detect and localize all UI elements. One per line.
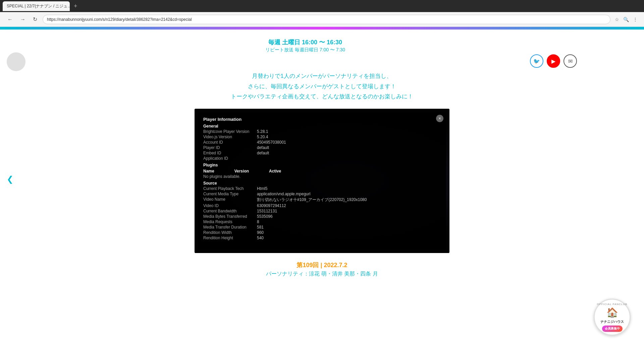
- repeat-broadcast: リピート放送 毎週日曜日 7:00 〜 7:30: [265, 47, 345, 53]
- social-icons: 🐦 ▶ ✉: [530, 54, 577, 68]
- value-bandwidth: 153112131: [257, 209, 277, 213]
- twitter-icon: 🐦: [533, 58, 540, 64]
- header-stripe: [0, 27, 644, 30]
- table-row: Application ID: [203, 156, 441, 161]
- player-info-title: Player Information: [203, 117, 441, 122]
- player-info-panel: × Player Information General Brightcove …: [198, 112, 446, 250]
- episode-number: 第109回 | 2022.7.2: [0, 261, 644, 269]
- tab-title: SPECIAL | 22/7(ナナブン / ニジュ…: [7, 3, 70, 9]
- left-arrow-button[interactable]: ❮: [7, 174, 13, 184]
- bookmark-icon[interactable]: ☆: [614, 16, 620, 23]
- value-video-id: 6309097294112: [257, 203, 286, 208]
- table-row: Video Name 割り切れないラジオ十#109_アーカイブ(220702)_…: [203, 197, 441, 203]
- plugins-col-name: Name: [203, 169, 214, 173]
- label-rendition-width: Rendition Width: [203, 230, 257, 235]
- table-row: Video.js Version 5.20.4: [203, 135, 441, 139]
- value-rendition-height: 540: [257, 236, 264, 240]
- plugins-section-title: Plugins: [203, 163, 441, 167]
- page-content: 毎週 土曜日 16:00 〜 16:30 リピート放送 毎週日曜日 7:00 〜…: [0, 27, 644, 349]
- broadcast-info: 毎週 土曜日 16:00 〜 16:30 リピート放送 毎週日曜日 7:00 〜…: [265, 35, 345, 56]
- table-row: Brightcove Player Version 5.28.1: [203, 129, 441, 134]
- value-playback-tech: Html5: [257, 186, 267, 191]
- label-media-type: Current Media Type: [203, 192, 257, 196]
- avatar: [7, 52, 25, 71]
- label-embed-id: Embed ID: [203, 151, 257, 155]
- value-videojs-version: 5.20.4: [257, 135, 268, 139]
- label-bc-version: Brightcove Player Version: [203, 129, 257, 134]
- label-videojs-version: Video.js Version: [203, 135, 257, 139]
- fanclub-badge[interactable]: OFFICIAL FANCLUB 🏠 ナナニジハウス 会員募集中: [594, 299, 631, 336]
- label-video-id: Video ID: [203, 203, 257, 208]
- fanclub-name: ナナニジハウス: [600, 319, 624, 324]
- value-transfer-duration: 581: [257, 225, 264, 230]
- description-line2: さらに、毎回異なるメンバーがゲストとして登場します！: [0, 82, 644, 92]
- youtube-icon: ▶: [551, 58, 555, 64]
- url-bar[interactable]: [43, 15, 610, 24]
- value-account-id: 4504957038001: [257, 140, 286, 145]
- label-playback-tech: Current Playback Tech: [203, 186, 257, 191]
- description-line1: 月替わりで1人のメンバーがパーソナリティを担当し、: [0, 71, 644, 82]
- source-section-title: Source: [203, 181, 441, 186]
- label-account-id: Account ID: [203, 140, 257, 145]
- value-embed-id: default: [257, 151, 269, 155]
- value-media-type: application/vnd.apple.mpegurl: [257, 192, 310, 196]
- email-button[interactable]: ✉: [564, 54, 577, 68]
- general-section-title: General: [203, 124, 441, 129]
- nav-icons: ☆ 🔍 ⋮: [614, 16, 639, 23]
- value-bc-version: 5.28.1: [257, 129, 268, 134]
- table-row: Rendition Width 960: [203, 230, 441, 235]
- fanclub-house-icon: 🏠: [606, 307, 618, 318]
- description-line3: トークやバラエティ企画も交えて、どんな放送となるのかお楽しみに！: [0, 92, 644, 102]
- menu-icon[interactable]: ⋮: [632, 16, 639, 23]
- label-app-id: Application ID: [203, 156, 257, 161]
- plugins-header: Name Version Active: [203, 169, 441, 173]
- fanclub-join-button[interactable]: 会員募集中: [602, 326, 623, 332]
- table-row: Player ID default: [203, 145, 441, 150]
- table-row: Media Transfer Duration 581: [203, 225, 441, 230]
- table-row: Media Bytes Transferred 5535096: [203, 214, 441, 219]
- player-container: × Player Information General Brightcove …: [195, 109, 449, 253]
- back-button[interactable]: ←: [5, 15, 15, 24]
- close-icon: ×: [438, 116, 441, 121]
- nav-bar: ← → ↻ ☆ 🔍 ⋮: [0, 12, 644, 27]
- no-plugins-message: No plugins available.: [203, 174, 441, 179]
- label-rendition-height: Rendition Height: [203, 236, 257, 240]
- value-rendition-width: 960: [257, 230, 264, 235]
- plugins-col-active: Active: [269, 169, 281, 173]
- label-transfer-duration: Media Transfer Duration: [203, 225, 257, 230]
- twitter-button[interactable]: 🐦: [530, 54, 543, 68]
- table-row: Video ID 6309097294112: [203, 203, 441, 208]
- fanclub-official-text: OFFICIAL FANCLUB: [597, 303, 628, 306]
- new-tab-button[interactable]: +: [71, 3, 80, 10]
- label-media-requests: Media Requests: [203, 219, 257, 224]
- label-bytes-transferred: Media Bytes Transferred: [203, 214, 257, 219]
- search-icon[interactable]: 🔍: [622, 16, 630, 23]
- active-tab[interactable]: SPECIAL | 22/7(ナナブン / ニジュ… ×: [3, 1, 70, 11]
- table-row: Media Requests 8: [203, 219, 441, 224]
- label-bandwidth: Current Bandwidth: [203, 209, 257, 213]
- table-row: Rendition Height 540: [203, 236, 441, 240]
- label-video-name: Video Name: [203, 197, 257, 203]
- table-row: Embed ID default: [203, 151, 441, 155]
- description-section: 月替わりで1人のメンバーがパーソナリティを担当し、 さらに、毎回異なるメンバーが…: [0, 61, 644, 109]
- episode-cast: パーソナリティ：涼花 萌・清井 美那・四条 月: [0, 270, 644, 278]
- value-video-name: 割り切れないラジオ十#109_アーカイブ(220702)_1920x1080: [257, 197, 367, 203]
- refresh-button[interactable]: ↻: [31, 15, 39, 24]
- broadcast-time: 毎週 土曜日 16:00 〜 16:30: [265, 38, 345, 46]
- email-icon: ✉: [568, 58, 573, 64]
- tab-bar: SPECIAL | 22/7(ナナブン / ニジュ… × +: [0, 0, 644, 12]
- table-row: Current Media Type application/vnd.apple…: [203, 192, 441, 196]
- value-media-requests: 8: [257, 219, 259, 224]
- forward-button[interactable]: →: [18, 15, 28, 24]
- episode-info: 第109回 | 2022.7.2 パーソナリティ：涼花 萌・清井 美那・四条 月: [0, 253, 644, 283]
- table-row: Account ID 4504957038001: [203, 140, 441, 145]
- value-player-id: default: [257, 145, 269, 150]
- youtube-button[interactable]: ▶: [547, 54, 560, 68]
- value-bytes-transferred: 5535096: [257, 214, 273, 219]
- table-row: Current Bandwidth 153112131: [203, 209, 441, 213]
- close-player-info-button[interactable]: ×: [436, 115, 443, 122]
- table-row: Current Playback Tech Html5: [203, 186, 441, 191]
- plugins-col-version: Version: [234, 169, 249, 173]
- label-player-id: Player ID: [203, 145, 257, 150]
